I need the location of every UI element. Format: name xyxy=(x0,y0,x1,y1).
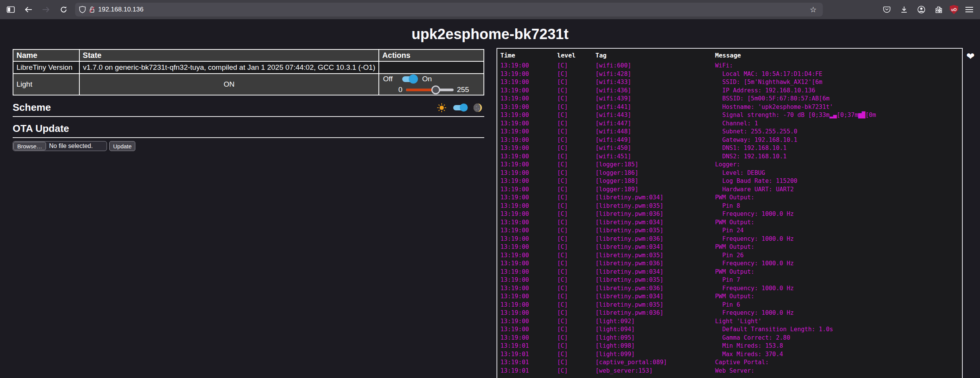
log-time: 13:19:00 xyxy=(500,78,557,87)
scheme-toggle-knob[interactable] xyxy=(460,104,468,112)
table-row: LibreTiny Version v1.7.0 on generic-bk72… xyxy=(13,61,484,74)
log-row: 13:19:00[C][logger:189] Hardware UART: U… xyxy=(497,186,962,194)
log-tag: [wifi:450] xyxy=(595,144,715,153)
log-tag: [light:094] xyxy=(595,325,715,334)
url-bar[interactable]: 192.168.10.136 ☆ xyxy=(75,3,823,16)
log-level: [C] xyxy=(557,136,595,145)
heart-icon[interactable]: ❤ xyxy=(966,51,975,62)
header-state: State xyxy=(79,49,379,61)
lock-broken-icon[interactable] xyxy=(89,6,95,13)
log-tag: [libretiny.pwm:034] xyxy=(595,219,715,227)
log-level: [C] xyxy=(557,144,595,153)
log-level: [C] xyxy=(557,367,595,375)
log-time: 13:19:00 xyxy=(500,103,557,112)
log-level: [C] xyxy=(557,111,595,120)
page-title: upk2esphome-bk7231t xyxy=(0,19,980,48)
log-tag: [libretiny.pwm:034] xyxy=(595,194,715,202)
tracking-shield-icon[interactable] xyxy=(79,6,86,13)
log-level: [C] xyxy=(557,70,595,79)
extensions-puzzle-icon[interactable] xyxy=(932,3,945,16)
log-level: [C] xyxy=(557,235,595,243)
log-tag: [wifi:451] xyxy=(595,153,715,161)
log-level: [C] xyxy=(557,284,595,293)
light-toggle-knob[interactable] xyxy=(409,74,418,84)
log-message: PWM Output: xyxy=(715,268,962,276)
log-message: PWM Output: xyxy=(715,293,962,301)
toggle-off-label: Off xyxy=(383,75,393,83)
log-row: 13:19:00[C][libretiny.pwm:034]PWM Output… xyxy=(497,219,962,227)
browse-button[interactable]: Browse… xyxy=(13,142,46,150)
log-tag: [libretiny.pwm:034] xyxy=(595,293,715,301)
reload-icon[interactable] xyxy=(58,3,70,16)
log-time: 13:19:01 xyxy=(500,358,557,367)
log-tag: [light:098] xyxy=(595,342,715,350)
header-actions: Actions xyxy=(379,49,484,61)
log-panel[interactable]: Time level Tag Message 13:19:00[C][wifi:… xyxy=(497,48,963,378)
log-message: Frequency: 1000.0 Hz xyxy=(715,210,962,219)
brightness-slider[interactable] xyxy=(406,89,454,91)
log-row: 13:19:00[C][libretiny.pwm:035] Pin 24 xyxy=(497,227,962,235)
log-header-tag: Tag xyxy=(595,52,715,59)
log-time: 13:19:01 xyxy=(500,367,557,375)
url-text[interactable]: 192.168.10.136 xyxy=(98,6,807,13)
log-tag: [libretiny.pwm:035] xyxy=(595,301,715,309)
log-tag: [wifi:449] xyxy=(595,136,715,145)
bookmark-star-icon[interactable]: ☆ xyxy=(807,5,819,14)
log-row: 13:19:00[C][libretiny.pwm:034]PWM Output… xyxy=(497,243,962,251)
firmware-file-input[interactable]: Browse… No file selected. xyxy=(13,141,107,151)
log-header-row: Time level Tag Message xyxy=(497,49,962,62)
log-row: 13:19:00[C][wifi:451] DNS2: 192.168.10.1 xyxy=(497,153,962,161)
esphome-page: upk2esphome-bk7231t ❤ Name State Actions… xyxy=(0,19,980,378)
log-message: Frequency: 1000.0 Hz xyxy=(715,284,962,293)
log-row: 13:19:01[C][captive_portal:089]Captive P… xyxy=(497,358,962,367)
log-tag: [wifi:600] xyxy=(595,62,715,70)
log-tag: [light:095] xyxy=(595,334,715,342)
scheme-toggle[interactable] xyxy=(453,105,467,110)
log-message: Log Baud Rate: 115200 xyxy=(715,177,962,186)
log-level: [C] xyxy=(557,358,595,367)
log-level: [C] xyxy=(557,350,595,359)
log-tag: [libretiny.pwm:035] xyxy=(595,276,715,284)
ota-heading: OTA Update xyxy=(13,123,69,135)
brightness-slider-thumb[interactable] xyxy=(431,85,440,94)
log-message: DNS2: 192.168.10.1 xyxy=(715,153,962,161)
log-row: 13:19:01[C][web_server:153]Web Server: xyxy=(497,367,962,375)
log-tag: [logger:189] xyxy=(595,186,715,194)
account-icon[interactable] xyxy=(915,3,927,16)
log-time: 13:19:00 xyxy=(500,186,557,194)
back-icon[interactable] xyxy=(22,3,35,16)
sidebar-toggle-icon[interactable] xyxy=(5,3,17,16)
log-time: 13:19:00 xyxy=(500,153,557,161)
ublock-icon[interactable]: uO xyxy=(950,5,958,14)
download-icon[interactable] xyxy=(898,3,910,16)
log-tag: [light:099] xyxy=(595,350,715,359)
log-row: 13:19:00[C][libretiny.pwm:034]PWM Output… xyxy=(497,194,962,202)
log-message: Pin 26 xyxy=(715,251,962,260)
log-time: 13:19:00 xyxy=(500,260,557,268)
log-row: 13:19:00[C][libretiny.pwm:036] Frequency… xyxy=(497,235,962,243)
log-level: [C] xyxy=(557,153,595,161)
forward-icon[interactable] xyxy=(40,3,52,16)
log-tag: [logger:186] xyxy=(595,169,715,177)
scheme-section-header: Scheme xyxy=(13,102,484,117)
log-message: Gamma Correct: 2.80 xyxy=(715,334,962,342)
log-level: [C] xyxy=(557,342,595,350)
table-header-row: Name State Actions xyxy=(13,49,484,61)
log-message: BSSID: [5m00:5F:67:80:57:AB[6m xyxy=(715,95,962,103)
log-message: Pin 7 xyxy=(715,276,962,284)
log-tag: [wifi:436] xyxy=(595,87,715,95)
menu-icon[interactable] xyxy=(963,3,975,16)
update-button[interactable]: Update xyxy=(109,141,135,151)
log-row: 13:19:00[C][wifi:433] SSID: [5m'Nighthaw… xyxy=(497,78,962,87)
log-tag: [wifi:441] xyxy=(595,103,715,112)
log-time: 13:19:00 xyxy=(500,210,557,219)
pocket-icon[interactable] xyxy=(881,3,893,16)
log-message: SSID: [5m'Nighthawk_AX12'[6m xyxy=(715,78,962,87)
log-time: 13:19:00 xyxy=(500,276,557,284)
light-toggle[interactable] xyxy=(402,76,417,82)
log-level: [C] xyxy=(557,210,595,219)
log-message: Pin 6 xyxy=(715,301,962,309)
log-tag: [libretiny.pwm:034] xyxy=(595,243,715,251)
log-tag: [libretiny.pwm:034] xyxy=(595,268,715,276)
log-time: 13:19:00 xyxy=(500,235,557,243)
